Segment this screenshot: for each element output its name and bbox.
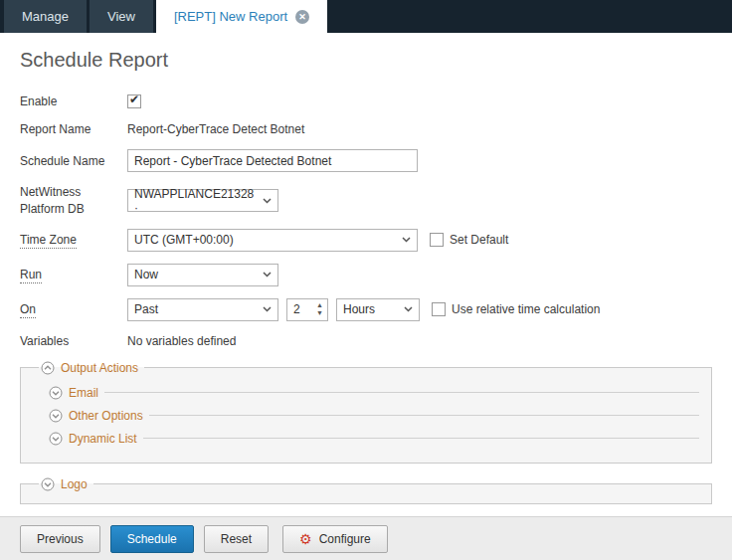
section-output-actions-label: Output Actions — [61, 361, 138, 375]
footer-button-bar: Previous Schedule Reset ⚙ Configure — [0, 516, 732, 560]
on-unit-value: Hours — [343, 302, 375, 316]
set-default-checkbox[interactable] — [430, 233, 444, 247]
chevron-down-circle-icon[interactable] — [49, 386, 63, 400]
enable-row: Enable — [20, 93, 712, 109]
set-default-group: Set Default — [430, 233, 508, 247]
run-label: Run — [20, 267, 127, 282]
on-count-spinner[interactable]: 2 ▲ ▼ — [286, 298, 328, 321]
tab-view[interactable]: View — [90, 0, 153, 33]
on-range-value: Past — [134, 302, 158, 316]
schedule-name-input[interactable] — [127, 149, 418, 172]
section-other-options-label: Other Options — [69, 409, 143, 423]
timezone-row: Time Zone UTC (GMT+00:00) Set Default — [20, 229, 712, 252]
platform-db-row: NetWitness Platform DB NWAPPLIANCE21328 … — [20, 184, 712, 216]
previous-button[interactable]: Previous — [20, 525, 100, 553]
top-tab-bar: Manage View [REPT] New Report ✕ — [0, 0, 732, 33]
on-count-value: 2 — [287, 299, 312, 320]
schedule-report-form: Schedule Report Enable Report Name Repor… — [0, 33, 732, 516]
output-actions-panel: Output Actions Email — [20, 361, 712, 464]
section-email[interactable]: Email — [49, 386, 699, 400]
chevron-down-circle-icon[interactable] — [49, 432, 63, 446]
section-email-label: Email — [69, 386, 98, 400]
on-row: On Past 2 ▲ ▼ Hours — [20, 298, 712, 321]
on-label: On — [20, 301, 127, 317]
timezone-label: Time Zone — [20, 232, 127, 248]
schedule-report-window: Manage View [REPT] New Report ✕ Schedule… — [0, 0, 732, 560]
reset-button[interactable]: Reset — [204, 525, 269, 553]
run-select[interactable]: Now — [127, 264, 278, 286]
enable-checkbox[interactable] — [127, 94, 141, 108]
platform-db-select[interactable]: NWAPPLIANCE21328 · — [127, 189, 278, 212]
platform-db-value: NWAPPLIANCE21328 · — [134, 187, 257, 215]
report-name-row: Report Name Report-CyberTrace Detect Bot… — [20, 121, 712, 137]
chevron-down-icon — [404, 306, 413, 312]
enable-label: Enable — [20, 93, 127, 109]
chevron-down-icon — [402, 237, 411, 243]
section-other-options[interactable]: Other Options — [49, 409, 699, 423]
run-value: Now — [134, 268, 158, 281]
tab-manage[interactable]: Manage — [4, 0, 87, 33]
chevron-down-circle-icon[interactable] — [41, 477, 55, 491]
on-range-select[interactable]: Past — [127, 298, 278, 321]
schedule-name-row: Schedule Name — [20, 149, 712, 172]
variables-value: No variables defined — [127, 334, 236, 348]
chevron-down-icon — [263, 198, 272, 204]
logo-panel: Logo — [20, 477, 712, 504]
variables-row: Variables No variables defined — [20, 333, 712, 349]
section-dynamic-list-label: Dynamic List — [69, 432, 137, 446]
chevron-down-circle-icon[interactable] — [49, 409, 63, 423]
timezone-select[interactable]: UTC (GMT+00:00) — [127, 229, 418, 252]
chevron-down-icon — [263, 306, 272, 312]
gear-icon: ⚙ — [299, 532, 312, 546]
run-row: Run Now — [20, 264, 712, 286]
section-logo[interactable]: Logo — [39, 477, 93, 491]
tab-new-report-label: [REPT] New Report — [174, 9, 287, 24]
section-divider — [104, 392, 699, 393]
section-dynamic-list[interactable]: Dynamic List — [49, 432, 699, 446]
chevron-down-icon — [263, 272, 272, 278]
section-logo-label: Logo — [61, 477, 88, 491]
section-output-actions[interactable]: Output Actions — [39, 361, 144, 375]
spinner-up-icon[interactable]: ▲ — [316, 301, 323, 309]
report-name-label: Report Name — [20, 121, 127, 137]
chevron-up-circle-icon[interactable] — [41, 361, 55, 375]
tab-new-report[interactable]: [REPT] New Report ✕ — [156, 0, 327, 33]
set-default-label: Set Default — [450, 233, 508, 247]
tab-view-label: View — [107, 9, 135, 24]
relative-time-label: Use relative time calculation — [452, 302, 600, 316]
spinner-arrows: ▲ ▼ — [312, 299, 327, 320]
tab-close-icon[interactable]: ✕ — [295, 10, 309, 24]
schedule-name-label: Schedule Name — [20, 153, 127, 169]
tab-manage-label: Manage — [22, 9, 69, 24]
report-name-value: Report-CyberTrace Detect Botnet — [127, 122, 304, 136]
configure-button[interactable]: ⚙ Configure — [282, 525, 388, 553]
relative-time-checkbox[interactable] — [432, 302, 446, 316]
page-title: Schedule Report — [20, 49, 712, 72]
platform-db-label: NetWitness Platform DB — [20, 184, 127, 216]
section-divider — [149, 415, 699, 416]
spinner-down-icon[interactable]: ▼ — [316, 309, 323, 317]
relative-time-group: Use relative time calculation — [432, 302, 600, 316]
schedule-button[interactable]: Schedule — [110, 525, 194, 553]
variables-label: Variables — [20, 333, 127, 349]
section-divider — [143, 438, 699, 439]
on-unit-select[interactable]: Hours — [336, 298, 420, 321]
timezone-value: UTC (GMT+00:00) — [134, 233, 234, 247]
